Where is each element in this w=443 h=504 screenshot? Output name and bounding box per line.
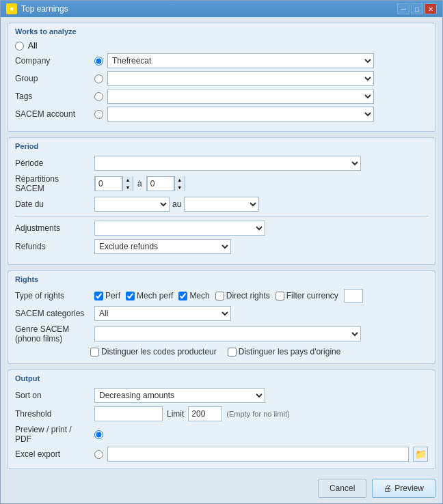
distinguer-pays-label[interactable]: Distinguer les pays d'origine — [228, 347, 341, 356]
tags-select[interactable] — [107, 89, 374, 104]
adjustments-select[interactable] — [94, 221, 265, 236]
type-of-rights-row: Type of rights Perf Mech perf Mech — [15, 289, 428, 303]
works-section: Works to analyze All Company Thefreecat … — [8, 23, 435, 132]
repartitions-from-spinner: ▲ ▼ — [94, 176, 133, 191]
a-label: à — [137, 179, 142, 188]
excel-label: Excel export — [15, 449, 90, 459]
distinguer-codes-checkbox[interactable] — [90, 348, 99, 356]
radio-sacem-account[interactable] — [94, 110, 103, 119]
rights-title: Rights — [15, 275, 428, 283]
empty-hint: (Empty for no limit) — [226, 410, 289, 418]
refunds-label: Refunds — [15, 242, 90, 251]
repartitions-label: Répartitions SACEM — [15, 174, 90, 193]
radio-preview[interactable] — [94, 430, 103, 439]
maximize-button[interactable]: □ — [411, 3, 423, 14]
date-row: Date du au — [15, 197, 428, 212]
excel-path-input[interactable] — [107, 447, 409, 462]
radio-group[interactable] — [94, 74, 103, 83]
distinguer-pays-checkbox[interactable] — [228, 348, 237, 356]
mech-perf-label[interactable]: Mech perf — [126, 291, 173, 300]
group-select[interactable] — [107, 71, 374, 86]
repartitions-to-spinner: ▲ ▼ — [146, 176, 185, 191]
sort-row: Sort on Decreasing amounts Increasing am… — [15, 388, 428, 403]
all-label: All — [28, 41, 37, 51]
sacem-account-label: SACEM account — [15, 109, 90, 119]
date-to-select[interactable] — [184, 197, 259, 212]
cancel-button[interactable]: Cancel — [318, 479, 366, 498]
repartitions-to-input[interactable] — [147, 176, 174, 191]
direct-rights-checkbox[interactable] — [215, 292, 224, 300]
genre-label: Genre SACEM (phono films) — [15, 324, 90, 344]
spin-down-from[interactable]: ▼ — [123, 184, 133, 191]
mech-perf-checkbox[interactable] — [126, 292, 135, 300]
window-title: Top earnings — [21, 4, 68, 14]
preview-icon: 🖨 — [384, 484, 392, 493]
mech-label[interactable]: Mech — [178, 291, 209, 300]
filter-currency-input-box[interactable] — [344, 289, 363, 303]
periode-label: Période — [15, 158, 90, 168]
categories-label: SACEM categories — [15, 309, 90, 318]
sacem-account-select[interactable] — [107, 107, 374, 122]
folder-browse-button[interactable]: 📁 — [413, 447, 428, 462]
spin-up-from[interactable]: ▲ — [123, 176, 133, 184]
repartitions-from-input[interactable] — [95, 176, 122, 191]
categories-row: SACEM categories All — [15, 306, 428, 321]
spin-up-to[interactable]: ▲ — [175, 176, 185, 184]
periode-select[interactable] — [94, 156, 361, 171]
date-group: au — [94, 197, 259, 212]
works-title: Works to analyze — [15, 27, 428, 36]
tags-label: Tags — [15, 92, 90, 101]
mech-perf-text: Mech perf — [137, 291, 173, 300]
radio-excel[interactable] — [94, 450, 103, 459]
type-of-rights-label: Type of rights — [15, 291, 90, 300]
content-area: Works to analyze All Company Thefreecat … — [1, 17, 442, 473]
distinguer-codes-label[interactable]: Distinguer les codes producteur — [90, 347, 217, 356]
sort-select[interactable]: Decreasing amounts Increasing amounts Al… — [94, 388, 265, 403]
distinguer-pays-text: Distinguer les pays d'origine — [239, 347, 341, 356]
title-bar: ★ Top earnings ─ □ ✕ — [1, 1, 442, 17]
categories-select[interactable]: All — [94, 306, 231, 321]
spinner-buttons-from: ▲ ▼ — [122, 176, 133, 191]
minimize-button[interactable]: ─ — [397, 3, 410, 14]
genre-select[interactable] — [94, 326, 361, 341]
footer: Cancel 🖨 Preview — [1, 473, 442, 503]
sacem-account-row: SACEM account — [15, 107, 428, 122]
threshold-input[interactable] — [94, 406, 163, 421]
period-section: Period Période Répartitions SACEM ▲ ▼ à — [8, 137, 435, 265]
all-row: All — [15, 41, 428, 51]
perf-checkbox[interactable] — [94, 292, 103, 300]
company-row: Company Thefreecat — [15, 53, 428, 68]
adjustments-label: Adjustments — [15, 223, 90, 233]
filter-currency-text: Filter currency — [286, 291, 338, 300]
threshold-label: Threshold — [15, 409, 90, 419]
refunds-row: Refunds Exclude refunds Include refunds — [15, 239, 428, 254]
radio-company[interactable] — [94, 57, 103, 66]
distinguer-codes-text: Distinguer les codes producteur — [101, 347, 217, 356]
refunds-select[interactable]: Exclude refunds Include refunds — [94, 239, 231, 254]
perf-label[interactable]: Perf — [94, 291, 120, 300]
preview-pdf-row: Preview / print / PDF — [15, 425, 428, 444]
direct-rights-label[interactable]: Direct rights — [215, 291, 270, 300]
radio-tags[interactable] — [94, 92, 103, 101]
date-from-select[interactable] — [94, 197, 170, 212]
mech-checkbox[interactable] — [178, 292, 187, 300]
adjustments-row: Adjustments — [15, 221, 428, 236]
spin-down-to[interactable]: ▼ — [175, 184, 185, 191]
output-section: Output Sort on Decreasing amounts Increa… — [8, 369, 435, 469]
app-icon: ★ — [6, 3, 17, 14]
group-row: Group — [15, 71, 428, 86]
limit-input[interactable] — [188, 406, 222, 421]
rights-section: Rights Type of rights Perf Mech perf Mec… — [8, 270, 435, 364]
preview-label: Preview — [394, 484, 424, 493]
mech-text: Mech — [189, 291, 209, 300]
close-button[interactable]: ✕ — [425, 3, 437, 14]
filter-currency-label[interactable]: Filter currency — [276, 291, 338, 300]
rights-checkboxes: Perf Mech perf Mech Direct rights — [94, 289, 363, 303]
perf-text: Perf — [105, 291, 120, 300]
radio-all[interactable] — [15, 42, 24, 51]
date-label: Date du — [15, 199, 90, 209]
sort-label: Sort on — [15, 391, 90, 400]
company-select[interactable]: Thefreecat — [107, 53, 374, 68]
filter-currency-checkbox[interactable] — [276, 292, 284, 300]
preview-button[interactable]: 🖨 Preview — [372, 479, 435, 498]
